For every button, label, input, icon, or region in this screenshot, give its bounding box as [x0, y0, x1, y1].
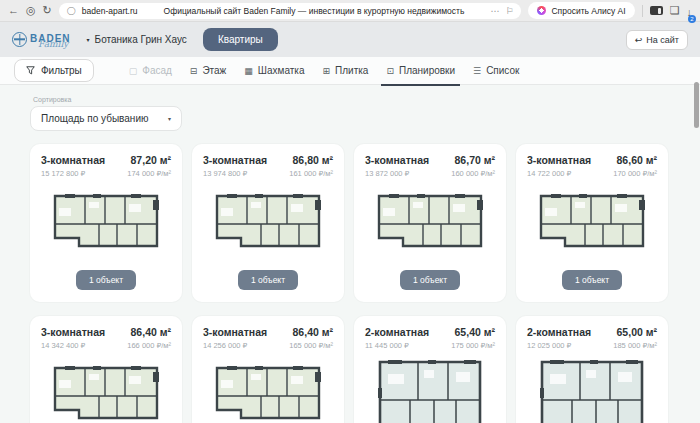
- sort-label: Сортировка: [33, 96, 670, 103]
- filters-button[interactable]: Фильтры: [14, 59, 94, 82]
- ask-alice-button[interactable]: Спросить Алису AI: [528, 2, 634, 19]
- rooms-label: 3-комнатная: [41, 326, 105, 338]
- alice-icon: [537, 6, 546, 15]
- logo-text-family: Family: [38, 41, 71, 48]
- apartment-card[interactable]: 2-комнатная 65,40 м² 11 445 000 ₽ 175 00…: [354, 316, 506, 423]
- area-value: 86,60 м²: [617, 154, 657, 166]
- tab-facade: ▢Фасад: [120, 57, 181, 85]
- area-value: 87,20 м²: [131, 154, 171, 166]
- floor-plan-image: [365, 178, 495, 268]
- price-per-m2-value: 170 000 ₽/м²: [613, 169, 657, 178]
- collections-icon[interactable]: ❏: [670, 5, 680, 16]
- apartment-card[interactable]: 3-комнатная 86,40 м² 14 342 400 ₽ 166 00…: [30, 316, 182, 423]
- floor-plan-image: [41, 178, 171, 268]
- back-icon[interactable]: ←: [8, 5, 19, 16]
- apartment-card[interactable]: 3-комнатная 87,20 м² 15 172 800 ₽ 174 00…: [30, 144, 182, 302]
- address-bar[interactable]: ◯ baden-apart.ru Официальный сайт Baden …: [59, 3, 522, 19]
- area-value: 65,40 м²: [455, 326, 495, 338]
- price-per-m2-value: 174 000 ₽/м²: [127, 169, 171, 178]
- tab-chess[interactable]: ▦Шахматка: [235, 57, 313, 85]
- tab-list-icon: ☰: [473, 66, 481, 76]
- objects-count-button[interactable]: 1 объект: [76, 270, 136, 290]
- price-per-m2-value: 160 000 ₽/м²: [451, 169, 495, 178]
- baden-family-logo[interactable]: BADEN Family: [12, 31, 71, 49]
- apartment-card[interactable]: 3-комнатная 86,40 м² 14 256 000 ₽ 165 00…: [192, 316, 344, 423]
- logo-icon: [12, 32, 27, 47]
- bookmark-icon[interactable]: ⚐: [505, 6, 513, 16]
- price-value: 12 025 000 ₽: [527, 341, 571, 350]
- area-value: 86,40 м²: [131, 326, 171, 338]
- filters-label: Фильтры: [41, 65, 82, 76]
- floor-plan-image: [203, 178, 333, 268]
- apartment-card[interactable]: 2-комнатная 65,00 м² 12 025 000 ₽ 185 00…: [516, 316, 668, 423]
- tab-floor[interactable]: ⊟Этаж: [181, 57, 235, 85]
- rooms-label: 3-комнатная: [203, 154, 267, 166]
- scrollbar-thumb[interactable]: [694, 82, 699, 128]
- tab-tiles[interactable]: ⊞Плитка: [314, 57, 378, 85]
- floor-plan-image: [203, 350, 333, 423]
- caret-down-icon: ▾: [87, 36, 90, 43]
- to-site-button[interactable]: ↩ На сайт: [626, 30, 688, 50]
- refresh-icon[interactable]: ↻: [43, 5, 52, 16]
- project-selector[interactable]: ▾ Ботаника Грин Хаус: [87, 34, 187, 45]
- rooms-label: 3-комнатная: [41, 154, 105, 166]
- rooms-label: 3-комнатная: [527, 154, 591, 166]
- funnel-icon: [26, 66, 35, 75]
- rooms-label: 2-комнатная: [365, 326, 429, 338]
- price-value: 14 342 400 ₽: [41, 341, 85, 350]
- floor-plan-image: [527, 178, 657, 268]
- floor-plan-image: [527, 350, 657, 423]
- price-per-m2-value: 175 000 ₽/м²: [451, 341, 495, 350]
- downloads-badge: 2: [688, 15, 696, 23]
- caret-down-icon: ▾: [168, 115, 171, 122]
- apartment-card[interactable]: 3-комнатная 86,60 м² 14 722 000 ₽ 170 00…: [516, 144, 668, 302]
- apartments-grid: 3-комнатная 87,20 м² 15 172 800 ₽ 174 00…: [30, 144, 670, 423]
- apartments-button[interactable]: Квартиры: [203, 28, 278, 51]
- floor-plan-image: [365, 350, 495, 423]
- tab-chess-icon: ▦: [244, 66, 253, 76]
- price-value: 14 256 000 ₽: [203, 341, 247, 350]
- price-value: 13 974 800 ₽: [203, 169, 247, 178]
- price-per-m2-value: 165 000 ₽/м²: [289, 341, 333, 350]
- divider: [642, 5, 643, 17]
- return-arrow-icon: ↩: [635, 35, 643, 45]
- apartment-card[interactable]: 3-комнатная 86,70 м² 13 872 000 ₽ 160 00…: [354, 144, 506, 302]
- price-value: 14 722 000 ₽: [527, 169, 571, 178]
- tab-list[interactable]: ☰Список: [464, 57, 528, 85]
- price-value: 13 872 000 ₽: [365, 169, 409, 178]
- rooms-label: 2-комнатная: [527, 326, 591, 338]
- rooms-label: 3-комнатная: [365, 154, 429, 166]
- sidebar-toggle-icon[interactable]: [650, 6, 663, 15]
- price-value: 15 172 800 ₽: [41, 169, 85, 178]
- area-value: 86,80 м²: [293, 154, 333, 166]
- area-value: 86,70 м²: [455, 154, 495, 166]
- ask-alice-label: Спросить Алису AI: [551, 6, 625, 16]
- sort-dropdown[interactable]: Площадь по убыванию ▾: [30, 106, 182, 131]
- tab-tiles-icon: ⊞: [323, 66, 331, 76]
- apartment-card[interactable]: 3-комнатная 86,80 м² 13 974 800 ₽ 161 00…: [192, 144, 344, 302]
- price-per-m2-value: 166 000 ₽/м²: [127, 341, 171, 350]
- price-per-m2-value: 185 000 ₽/м²: [613, 341, 657, 350]
- objects-count-button[interactable]: 1 объект: [562, 270, 622, 290]
- downloads-button[interactable]: ↓ 2: [687, 2, 693, 20]
- project-selector-label: Ботаника Грин Хаус: [95, 34, 187, 45]
- area-value: 65,00 м²: [617, 326, 657, 338]
- objects-count-button[interactable]: 1 объект: [400, 270, 460, 290]
- protect-icon[interactable]: ◎: [26, 5, 36, 16]
- browser-toolbar: ← ◎ ↻ ◯ baden-apart.ru Официальный сайт …: [0, 0, 700, 22]
- more-icon[interactable]: ⋯: [490, 6, 499, 16]
- price-value: 11 445 000 ₽: [365, 341, 409, 350]
- sort-value: Площадь по убыванию: [41, 113, 148, 124]
- price-per-m2-value: 161 000 ₽/м²: [289, 169, 333, 178]
- tab-layouts-icon: ⊡: [386, 66, 394, 76]
- rooms-label: 3-комнатная: [203, 326, 267, 338]
- site-header: BADEN Family ▾ Ботаника Грин Хаус Кварти…: [0, 22, 700, 57]
- tab-layouts[interactable]: ⊡Планировки: [377, 57, 464, 85]
- site-info-icon[interactable]: ◯: [67, 6, 76, 15]
- objects-count-button[interactable]: 1 объект: [238, 270, 298, 290]
- main-content: Сортировка Площадь по убыванию ▾ 3-комна…: [0, 85, 700, 423]
- url-text: baden-apart.ru: [82, 6, 138, 16]
- floor-plan-image: [41, 350, 171, 423]
- tab-floor-icon: ⊟: [190, 66, 198, 76]
- page-title: Официальный сайт Baden Family — инвестиц…: [144, 6, 485, 16]
